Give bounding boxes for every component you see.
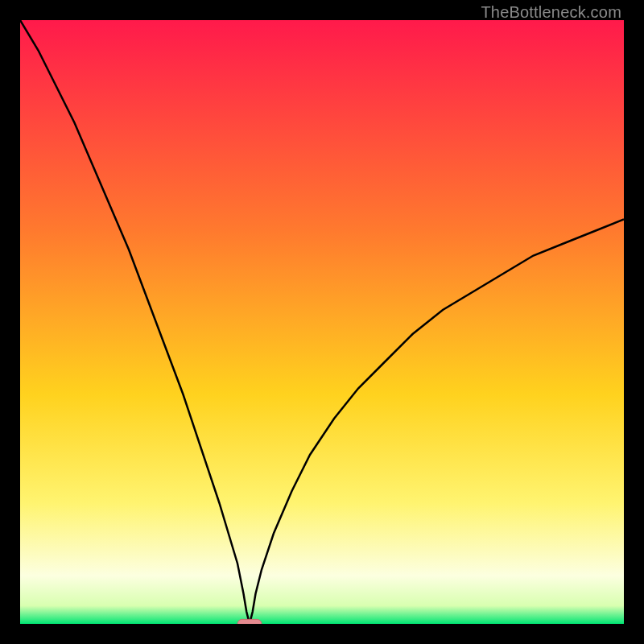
watermark-text: TheBottleneck.com: [481, 3, 621, 22]
minimum-marker: [237, 619, 262, 624]
chart-svg: [20, 20, 624, 624]
gradient-background: [20, 20, 624, 624]
chart-frame: [20, 20, 624, 624]
